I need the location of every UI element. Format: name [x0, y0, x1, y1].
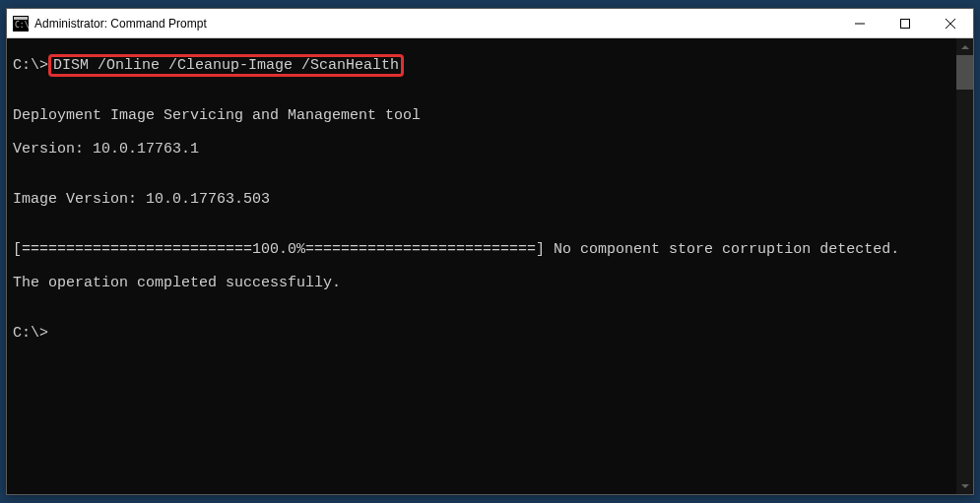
titlebar[interactable]: C:\ Administrator: Command Prompt	[7, 9, 973, 38]
scroll-down-arrow-icon[interactable]	[956, 477, 973, 494]
svg-rect-4	[901, 19, 910, 28]
prompt-path: C:\>	[13, 325, 956, 342]
minimize-button[interactable]	[837, 9, 882, 37]
output-line: Version: 10.0.17763.1	[13, 141, 956, 157]
terminal-client-area: C:\>DISM /Online /Cleanup-Image /ScanHea…	[7, 38, 973, 494]
close-button[interactable]	[928, 9, 973, 37]
svg-text:C:\: C:\	[15, 21, 29, 30]
maximize-button[interactable]	[882, 9, 928, 37]
command-prompt-window: C:\ Administrator: Command Prompt C:\>DI…	[6, 8, 974, 495]
scrollbar-thumb[interactable]	[956, 55, 973, 90]
output-line: The operation completed successfully.	[13, 275, 956, 291]
command-highlight: DISM /Online /Cleanup-Image /ScanHealth	[48, 54, 404, 77]
output-line: [==========================100.0%=======…	[13, 241, 956, 258]
window-controls	[837, 9, 973, 37]
output-line: Image Version: 10.0.17763.503	[13, 191, 956, 208]
prompt-path: C:\>	[13, 57, 48, 74]
terminal-output: C:\>DISM /Online /Cleanup-Image /ScanHea…	[7, 40, 956, 375]
terminal[interactable]: C:\>DISM /Online /Cleanup-Image /ScanHea…	[7, 38, 956, 494]
vertical-scrollbar[interactable]	[956, 38, 973, 494]
output-line: Deployment Image Servicing and Managemen…	[13, 107, 956, 124]
svg-marker-8	[961, 484, 969, 488]
cmd-icon: C:\	[13, 16, 29, 31]
scroll-up-arrow-icon[interactable]	[956, 38, 973, 55]
svg-marker-7	[961, 45, 969, 49]
svg-rect-1	[14, 17, 28, 20]
window-title: Administrator: Command Prompt	[34, 17, 837, 31]
